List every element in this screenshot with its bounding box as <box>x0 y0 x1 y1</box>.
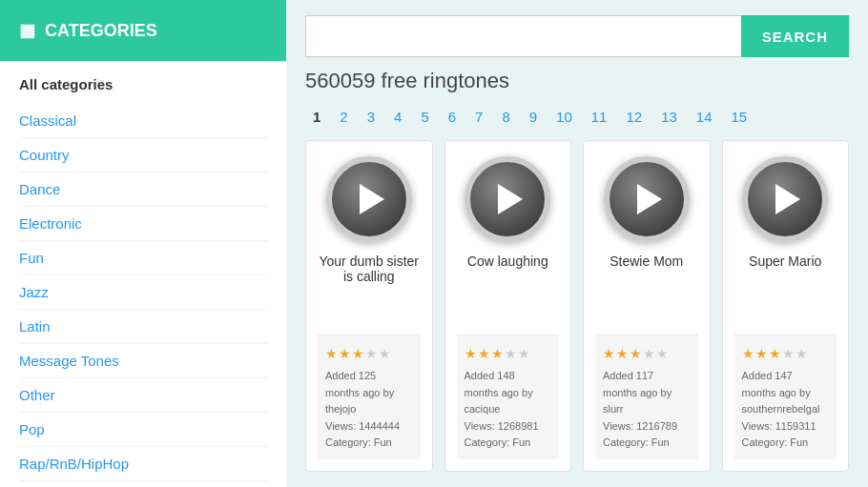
play-button-1[interactable] <box>465 156 550 242</box>
phone-icon: ▩ <box>19 20 35 41</box>
star-0-4: ★ <box>379 343 391 364</box>
sidebar-items-list: ClassicalCountryDanceElectronicFunJazzLa… <box>19 104 267 481</box>
sidebar-item-latin[interactable]: Latin <box>19 310 267 344</box>
page-7[interactable]: 7 <box>467 105 490 129</box>
page-4[interactable]: 4 <box>386 105 409 129</box>
card-views-2: Views: 1216789 <box>603 418 691 436</box>
star-1-2: ★ <box>491 343 504 364</box>
page-10[interactable]: 10 <box>548 105 580 129</box>
card-title-3: Super Mario <box>749 254 821 288</box>
card-category-2: Category: Fun <box>603 435 691 452</box>
star-0-0: ★ <box>325 343 338 364</box>
card-stars-3: ★★★★★ <box>742 343 830 364</box>
page-3[interactable]: 3 <box>360 105 382 129</box>
star-1-0: ★ <box>465 343 477 364</box>
card-footer-3: ★★★★★Added 147 months ago by southernreb… <box>734 335 837 459</box>
sidebar-item-electronic[interactable]: Electronic <box>19 207 267 241</box>
search-input[interactable] <box>305 15 741 57</box>
card-meta-1: Added 148 months ago by cacique <box>465 368 552 418</box>
card-2: Stewie Mom★★★★★Added 117 months ago by s… <box>583 140 711 472</box>
star-3-1: ★ <box>755 343 768 364</box>
play-button-3[interactable] <box>742 156 828 242</box>
page-9[interactable]: 9 <box>522 105 545 129</box>
card-meta-3: Added 147 months ago by southernrebelgal <box>742 368 830 418</box>
page-1: 1 <box>305 105 328 129</box>
card-category-0: Category: Fun <box>325 435 413 452</box>
play-icon-2 <box>637 184 662 214</box>
card-0: Your dumb sister is calling★★★★★Added 12… <box>305 140 433 472</box>
sidebar-title: CATEGORIES <box>45 21 157 41</box>
ringtone-count: 560059 free ringtones <box>305 69 849 93</box>
main-content: SEARCH 560059 free ringtones 12345678910… <box>286 0 868 487</box>
card-category-1: Category: Fun <box>465 435 552 452</box>
search-button[interactable]: SEARCH <box>741 15 849 57</box>
page-11[interactable]: 11 <box>584 105 615 129</box>
card-title-2: Stewie Mom <box>610 254 683 288</box>
star-2-0: ★ <box>603 343 615 364</box>
sidebar-item-country[interactable]: Country <box>19 138 267 172</box>
play-icon-1 <box>498 184 523 214</box>
cards-container: Your dumb sister is calling★★★★★Added 12… <box>305 140 849 472</box>
card-title-0: Your dumb sister is calling <box>318 254 421 288</box>
star-3-3: ★ <box>782 343 795 364</box>
star-2-1: ★ <box>616 343 629 364</box>
sidebar: ▩ CATEGORIES All categories ClassicalCou… <box>0 0 286 487</box>
search-bar: SEARCH <box>305 15 849 57</box>
page-15[interactable]: 15 <box>724 105 755 129</box>
star-1-1: ★ <box>478 343 490 364</box>
pagination: 123456789101112131415 <box>305 105 849 129</box>
star-1-3: ★ <box>505 343 517 364</box>
page-5[interactable]: 5 <box>413 105 436 129</box>
page-8[interactable]: 8 <box>494 105 517 129</box>
star-3-2: ★ <box>769 343 781 364</box>
card-category-3: Category: Fun <box>742 435 830 452</box>
star-3-4: ★ <box>796 343 808 364</box>
star-2-3: ★ <box>643 343 655 364</box>
play-button-0[interactable] <box>326 156 412 242</box>
sidebar-item-other[interactable]: Other <box>19 378 267 413</box>
page-2[interactable]: 2 <box>332 105 355 129</box>
card-stars-2: ★★★★★ <box>603 343 691 364</box>
star-0-2: ★ <box>352 343 364 364</box>
sidebar-content: All categories ClassicalCountryDanceElec… <box>0 61 286 487</box>
play-icon-3 <box>775 184 800 214</box>
star-3-0: ★ <box>742 343 754 364</box>
play-button-2[interactable] <box>604 156 690 242</box>
card-footer-2: ★★★★★Added 117 months ago by slurrViews:… <box>595 335 698 459</box>
card-title-1: Cow laughing <box>467 254 548 288</box>
star-0-3: ★ <box>365 343 378 364</box>
card-meta-2: Added 117 months ago by slurr <box>603 368 691 418</box>
play-icon-0 <box>360 184 384 214</box>
card-stars-1: ★★★★★ <box>465 343 552 364</box>
star-1-4: ★ <box>518 343 530 364</box>
sidebar-item-pop[interactable]: Pop <box>19 413 267 447</box>
card-1: Cow laughing★★★★★Added 148 months ago by… <box>444 140 572 472</box>
page-6[interactable]: 6 <box>441 105 464 129</box>
sidebar-item-jazz[interactable]: Jazz <box>19 275 267 310</box>
sidebar-header: ▩ CATEGORIES <box>0 0 286 61</box>
card-views-0: Views: 1444444 <box>325 418 413 436</box>
star-2-4: ★ <box>656 343 669 364</box>
card-views-3: Views: 1159311 <box>742 418 830 436</box>
sidebar-item-classical[interactable]: Classical <box>19 104 267 138</box>
sidebar-item-dance[interactable]: Dance <box>19 172 267 207</box>
all-categories-label: All categories <box>19 76 267 92</box>
card-footer-0: ★★★★★Added 125 months ago by thejojoView… <box>318 335 421 459</box>
star-2-2: ★ <box>630 343 642 364</box>
card-views-1: Views: 1268981 <box>465 418 552 436</box>
page-13[interactable]: 13 <box>653 105 685 129</box>
card-meta-0: Added 125 months ago by thejojo <box>325 368 413 418</box>
card-footer-1: ★★★★★Added 148 months ago by caciqueView… <box>457 335 560 459</box>
sidebar-item-rap[interactable]: Rap/RnB/HipHop <box>19 447 267 481</box>
sidebar-item-message-tones[interactable]: Message Tones <box>19 344 267 378</box>
page-14[interactable]: 14 <box>689 105 720 129</box>
sidebar-item-fun[interactable]: Fun <box>19 241 267 275</box>
card-stars-0: ★★★★★ <box>325 343 413 364</box>
star-0-1: ★ <box>339 343 351 364</box>
page-12[interactable]: 12 <box>618 105 650 129</box>
card-3: Super Mario★★★★★Added 147 months ago by … <box>722 140 850 472</box>
